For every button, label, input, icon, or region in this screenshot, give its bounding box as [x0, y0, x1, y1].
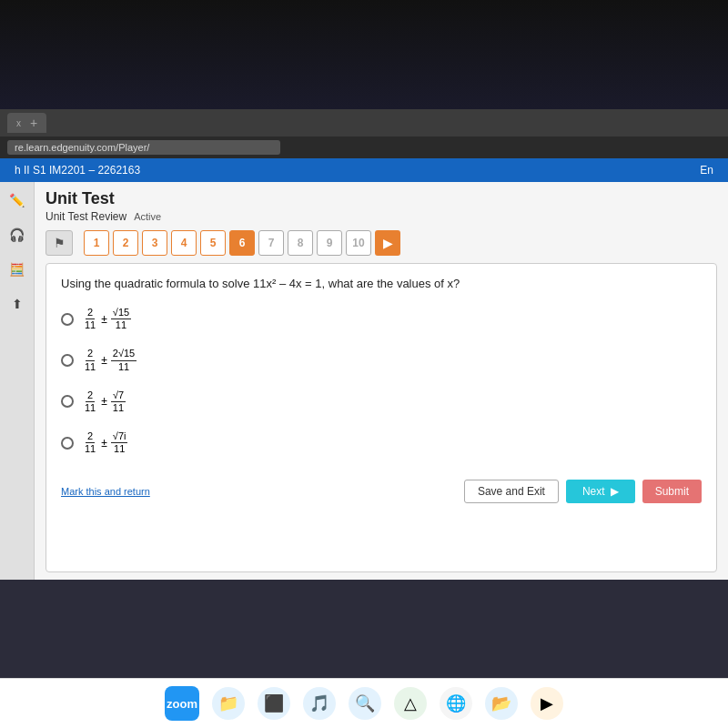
frac-a-right: √15 11 [111, 307, 131, 331]
taskbar-zoom-icon[interactable]: zoom [165, 686, 199, 721]
answer-options: 2 11 ± √15 11 [61, 307, 702, 456]
radio-b[interactable] [61, 354, 74, 367]
taskbar-folder-icon[interactable]: 📂 [485, 687, 518, 720]
calculator-icon[interactable]: 🧮 [5, 257, 30, 282]
taskbar-files-icon[interactable]: 📁 [212, 687, 245, 720]
question-btn-7[interactable]: 7 [258, 230, 284, 256]
radio-c[interactable] [61, 395, 74, 408]
question-nav: ⚑ 1 2 3 4 5 6 7 8 9 10 ▶ [46, 230, 717, 256]
footer-buttons: Save and Exit Next ▶ Submit [464, 480, 702, 503]
math-expr-b: 2 11 ± 2√15 11 [81, 348, 138, 372]
mark-return-link[interactable]: Mark this and return [61, 486, 150, 497]
browser-tab[interactable]: x + [7, 113, 46, 133]
frac-b-left: 2 11 [83, 348, 97, 372]
header-right: En [700, 164, 713, 177]
math-expr-a: 2 11 ± √15 11 [81, 307, 133, 331]
answer-option-d: 2 11 ± √7i 11 [61, 430, 702, 455]
question-footer: Mark this and return Save and Exit Next … [61, 470, 702, 503]
address-bar [0, 136, 728, 158]
frac-a-left: 2 11 [83, 307, 97, 331]
address-input[interactable] [7, 140, 280, 155]
question-btn-9[interactable]: 9 [317, 230, 342, 256]
taskbar-search-icon[interactable]: 🔍 [349, 687, 381, 720]
flag-button[interactable]: ⚑ [46, 230, 73, 256]
next-button[interactable]: Next ▶ [566, 480, 635, 503]
taskbar-music-icon[interactable]: 🎵 [303, 687, 336, 720]
browser-wrapper: x + h II S1 IM2201 – 2262163 En ✏️ 🎧 🧮 ⬆ [0, 109, 728, 580]
question-text: Using the quadratic formula to solve 11x… [61, 277, 702, 290]
submit-button[interactable]: Submit [642, 480, 702, 503]
app-header: h II S1 IM2201 – 2262163 En [0, 158, 728, 182]
taskbar-apps-icon[interactable]: ⬛ [258, 687, 290, 720]
question-btn-1[interactable]: 1 [84, 230, 109, 256]
unit-test-subtitle: Unit Test Review Active [46, 210, 717, 223]
course-code: h II S1 IM2201 – 2262163 [15, 164, 140, 177]
answer-option-a: 2 11 ± √15 11 [61, 307, 702, 331]
sidebar: ✏️ 🎧 🧮 ⬆ [0, 182, 35, 580]
question-btn-2[interactable]: 2 [113, 230, 138, 256]
status-badge: Active [134, 211, 161, 222]
question-btn-10[interactable]: 10 [346, 230, 371, 256]
question-box: Using the quadratic formula to solve 11x… [46, 263, 717, 572]
frac-d-left: 2 11 [83, 430, 97, 455]
radio-d[interactable] [61, 437, 74, 450]
content-panel: Unit Test Unit Test Review Active ⚑ 1 2 … [35, 182, 728, 580]
unit-test-title: Unit Test [46, 189, 717, 208]
question-btn-5[interactable]: 5 [200, 230, 226, 256]
frac-d-right: √7i 11 [111, 430, 128, 455]
taskbar-drive-icon[interactable]: △ [394, 687, 427, 720]
taskbar-chrome-icon[interactable]: 🌐 [440, 687, 472, 720]
frac-b-right: 2√15 11 [111, 348, 136, 372]
main-content: ✏️ 🎧 🧮 ⬆ Unit Test Unit Test Review Acti… [0, 182, 728, 580]
answer-option-c: 2 11 ± √7 11 [61, 389, 702, 414]
headphone-icon[interactable]: 🎧 [5, 222, 30, 248]
pencil-icon[interactable]: ✏️ [5, 187, 30, 213]
question-btn-3[interactable]: 3 [142, 230, 167, 256]
question-btn-8[interactable]: 8 [288, 230, 313, 256]
question-btn-4[interactable]: 4 [171, 230, 197, 256]
page-outer: x + h II S1 IM2201 – 2262163 En ✏️ 🎧 🧮 ⬆ [0, 0, 728, 728]
taskbar: zoom 📁 ⬛ 🎵 🔍 △ 🌐 📂 ▶ [0, 678, 728, 728]
answer-option-b: 2 11 ± 2√15 11 [61, 348, 702, 372]
save-exit-button[interactable]: Save and Exit [464, 480, 559, 503]
frac-c-right: √7 11 [111, 389, 126, 414]
math-expr-d: 2 11 ± √7i 11 [81, 430, 129, 455]
math-expr-c: 2 11 ± √7 11 [81, 389, 127, 414]
tab-close[interactable]: x [16, 118, 21, 128]
unit-test-review-label: Unit Test Review [46, 210, 126, 223]
question-btn-6[interactable]: 6 [229, 230, 255, 256]
top-bezel [0, 0, 728, 109]
browser-tab-bar: x + [0, 109, 728, 136]
tab-add[interactable]: + [30, 116, 37, 130]
nav-next-arrow[interactable]: ▶ [375, 230, 400, 256]
arrow-up-icon[interactable]: ⬆ [5, 291, 30, 317]
radio-a[interactable] [61, 313, 74, 326]
taskbar-play-icon[interactable]: ▶ [531, 687, 563, 720]
frac-c-left: 2 11 [83, 389, 97, 414]
